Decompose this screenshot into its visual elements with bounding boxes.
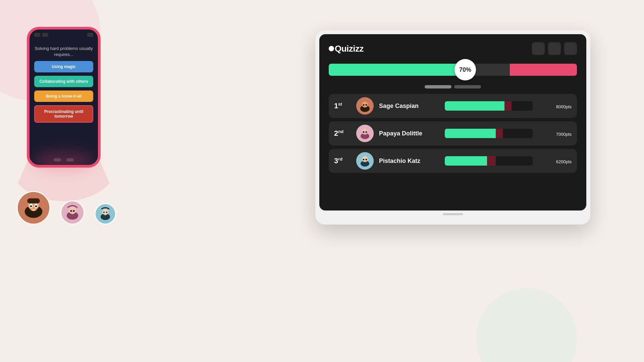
lb-bar-green-2	[445, 129, 496, 138]
lb-bar-dark-2	[496, 129, 503, 138]
avatar-2	[60, 200, 85, 225]
lb-name-1: Sage Caspian	[379, 103, 439, 110]
progress-green-bar	[329, 64, 465, 76]
svg-point-31	[363, 159, 365, 161]
lb-avatar-1-face	[356, 97, 374, 115]
rank-1: 1st	[334, 102, 351, 110]
svg-point-16	[103, 212, 105, 213]
lb-bar-3	[445, 156, 533, 166]
leaderboard-row-1: 1st Sage Caspian	[329, 94, 577, 118]
logo-q-dot	[329, 46, 334, 51]
progress-bar: 70%	[329, 61, 577, 78]
svg-point-32	[366, 159, 367, 161]
tablet-home-bar	[443, 213, 463, 215]
progress-percentage: 70%	[454, 59, 476, 80]
rank-2: 2nd	[334, 129, 351, 138]
svg-point-17	[106, 212, 107, 213]
svg-point-5	[30, 205, 32, 207]
lb-pts-1: 8000pts	[538, 102, 572, 110]
lb-bar-2	[445, 129, 533, 138]
quizizz-logo: Quizizz	[329, 44, 364, 54]
svg-point-10	[69, 206, 76, 214]
tablet-mockup: Quizizz 70% 1st	[315, 30, 590, 225]
notch-dot-3	[87, 33, 93, 37]
lb-avatar-3-face	[356, 152, 374, 170]
phone-answer-1[interactable]: Using magic	[34, 61, 93, 72]
svg-point-22	[366, 104, 367, 106]
lb-avatar-3	[356, 152, 374, 170]
svg-point-12	[73, 210, 74, 212]
svg-point-21	[363, 104, 365, 106]
svg-point-11	[70, 210, 72, 212]
lb-pts-2: 7000pts	[538, 130, 572, 137]
avatar-1	[17, 191, 50, 225]
lb-name-2: Papaya Dolittle	[379, 130, 439, 137]
leaderboard-row-3: 3rd Pistachio Katz	[329, 149, 577, 173]
bg-circle-2	[476, 288, 577, 362]
progress-red-bar	[510, 64, 577, 76]
tab-2[interactable]	[454, 85, 481, 88]
close-icon[interactable]	[564, 42, 577, 55]
avatar-1-face	[18, 192, 49, 224]
lb-name-3: Pistachio Katz	[379, 158, 439, 165]
notch-dot-2	[42, 33, 48, 37]
phone-question: Solving hard problems usually requires..…	[34, 46, 93, 58]
lb-bar-green-1	[445, 101, 504, 111]
phone-notch	[34, 33, 93, 37]
rank-3: 3rd	[334, 157, 351, 165]
avatar-3-face	[96, 204, 115, 224]
tab-1[interactable]	[425, 85, 451, 88]
lb-bar-dark-3	[487, 156, 496, 166]
notch-dot-1	[34, 33, 40, 37]
svg-point-6	[35, 205, 37, 207]
svg-point-30	[362, 156, 368, 162]
avatars-row	[17, 191, 116, 225]
lb-avatar-2	[356, 125, 374, 142]
avatar-3	[95, 203, 116, 225]
tab-row	[329, 85, 577, 88]
lb-bar-green-3	[445, 156, 487, 166]
lb-bar-dark-1	[504, 101, 512, 111]
square-icon[interactable]	[548, 42, 561, 55]
svg-point-27	[366, 131, 367, 133]
phone-answer-3[interactable]: Being a know-it-all	[34, 90, 93, 102]
svg-point-26	[363, 131, 365, 133]
header-icons	[532, 42, 577, 55]
svg-rect-7	[27, 198, 40, 203]
lb-avatar-1	[356, 97, 374, 115]
phone-notch-left	[34, 33, 48, 37]
phone-mockup: Solving hard problems usually requires..…	[27, 27, 101, 168]
lb-avatar-2-face	[356, 125, 374, 142]
svg-point-15	[102, 209, 109, 215]
avatar-2-face	[61, 201, 84, 224]
leaderboard-row-2: 2nd Papaya Dolittle	[329, 121, 577, 145]
leaderboard: 1st Sage Caspian	[329, 94, 577, 204]
phone-answer-2[interactable]: Collaborating with others	[34, 76, 93, 87]
svg-point-25	[362, 129, 368, 135]
tablet-header: Quizizz	[329, 42, 577, 55]
tablet-screen: Quizizz 70% 1st	[319, 34, 586, 210]
lb-bar-1	[445, 101, 533, 111]
phone-shadow	[34, 151, 94, 171]
grid-icon[interactable]	[532, 42, 545, 55]
phone-body: Solving hard problems usually requires..…	[27, 27, 101, 168]
lb-pts-3: 6200pts	[538, 157, 572, 165]
phone-answer-4[interactable]: Procrastinating until tomorrow	[34, 105, 93, 123]
